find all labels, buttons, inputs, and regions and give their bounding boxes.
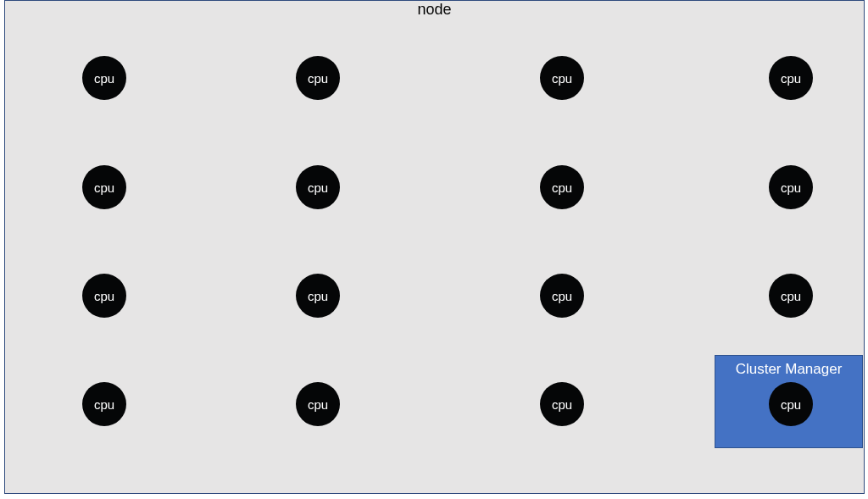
cpu-label: cpu <box>552 289 572 303</box>
cpu-label: cpu <box>781 289 801 303</box>
cpu-node-2-0: cpu <box>82 274 126 318</box>
cpu-label: cpu <box>94 289 114 303</box>
cpu-node-0-0: cpu <box>82 56 126 100</box>
cpu-node-1-1: cpu <box>296 165 340 209</box>
cpu-node-1-3: cpu <box>769 165 813 209</box>
node-container: node Cluster Manager cpucpucpucpucpucpuc… <box>4 0 865 494</box>
cpu-label: cpu <box>552 180 572 195</box>
cpu-node-3-0: cpu <box>82 382 126 426</box>
cpu-node-2-1: cpu <box>296 274 340 318</box>
cpu-label: cpu <box>308 397 328 412</box>
cpu-label: cpu <box>308 71 328 86</box>
cpu-label: cpu <box>94 180 114 195</box>
cpu-label: cpu <box>552 397 572 412</box>
node-title: node <box>417 1 451 19</box>
cpu-node-0-2: cpu <box>540 56 584 100</box>
cpu-node-1-0: cpu <box>82 165 126 209</box>
cpu-label: cpu <box>94 397 114 412</box>
cpu-node-3-2: cpu <box>540 382 584 426</box>
cpu-node-2-2: cpu <box>540 274 584 318</box>
cpu-label: cpu <box>308 289 328 303</box>
cpu-node-3-1: cpu <box>296 382 340 426</box>
cpu-node-0-3: cpu <box>769 56 813 100</box>
cluster-manager-title: Cluster Manager <box>736 361 843 378</box>
cpu-label: cpu <box>781 71 801 86</box>
cpu-node-1-2: cpu <box>540 165 584 209</box>
cpu-label: cpu <box>552 71 572 86</box>
cpu-label: cpu <box>94 71 114 86</box>
cpu-label: cpu <box>781 180 801 195</box>
cpu-node-3-3: cpu <box>769 382 813 426</box>
cpu-node-2-3: cpu <box>769 274 813 318</box>
cpu-node-0-1: cpu <box>296 56 340 100</box>
cpu-label: cpu <box>308 180 328 195</box>
cpu-label: cpu <box>781 397 801 412</box>
